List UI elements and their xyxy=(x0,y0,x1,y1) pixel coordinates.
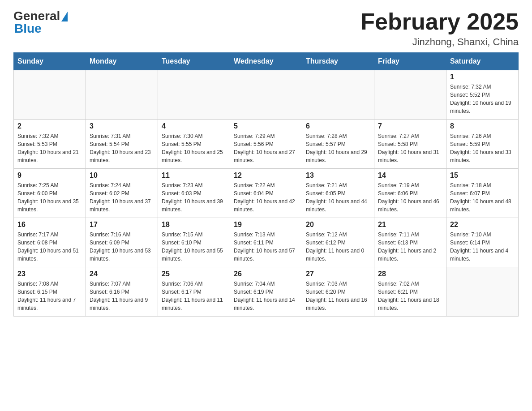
day-number: 25 xyxy=(162,270,226,278)
day-info: Sunrise: 7:31 AMSunset: 5:54 PMDaylight:… xyxy=(90,132,154,164)
calendar-cell xyxy=(158,70,230,120)
title-area: February 2025 Jinzhong, Shanxi, China xyxy=(360,9,519,48)
calendar-cell: 21Sunrise: 7:11 AMSunset: 6:13 PMDayligh… xyxy=(374,218,446,267)
day-info: Sunrise: 7:08 AMSunset: 6:15 PMDaylight:… xyxy=(17,280,82,312)
calendar-cell: 6Sunrise: 7:28 AMSunset: 5:57 PMDaylight… xyxy=(302,120,374,169)
day-info: Sunrise: 7:18 AMSunset: 6:07 PMDaylight:… xyxy=(450,181,515,214)
day-info: Sunrise: 7:21 AMSunset: 6:05 PMDaylight:… xyxy=(306,181,370,214)
day-number: 12 xyxy=(234,171,298,180)
col-header-friday: Friday xyxy=(374,53,446,70)
calendar-week-row: 2Sunrise: 7:32 AMSunset: 5:53 PMDaylight… xyxy=(14,120,519,169)
page-header: General Blue February 2025 Jinzhong, Sha… xyxy=(13,9,519,48)
calendar-cell: 4Sunrise: 7:30 AMSunset: 5:55 PMDaylight… xyxy=(158,120,230,169)
calendar-cell xyxy=(230,70,302,120)
day-number: 5 xyxy=(234,122,298,130)
day-number: 6 xyxy=(306,122,370,130)
day-info: Sunrise: 7:11 AMSunset: 6:13 PMDaylight:… xyxy=(378,231,442,263)
calendar-table: SundayMondayTuesdayWednesdayThursdayFrid… xyxy=(13,52,519,317)
calendar-cell: 20Sunrise: 7:12 AMSunset: 6:12 PMDayligh… xyxy=(302,218,374,267)
calendar-cell: 12Sunrise: 7:22 AMSunset: 6:04 PMDayligh… xyxy=(230,169,302,218)
calendar-cell: 13Sunrise: 7:21 AMSunset: 6:05 PMDayligh… xyxy=(302,169,374,218)
day-number: 16 xyxy=(17,221,82,229)
calendar-cell: 15Sunrise: 7:18 AMSunset: 6:07 PMDayligh… xyxy=(446,169,519,218)
day-number: 11 xyxy=(162,171,226,180)
day-info: Sunrise: 7:32 AMSunset: 5:53 PMDaylight:… xyxy=(17,132,82,164)
day-info: Sunrise: 7:30 AMSunset: 5:55 PMDaylight:… xyxy=(162,132,226,164)
day-number: 9 xyxy=(17,171,82,180)
calendar-cell xyxy=(86,70,158,120)
day-info: Sunrise: 7:28 AMSunset: 5:57 PMDaylight:… xyxy=(306,132,370,164)
calendar-cell: 17Sunrise: 7:16 AMSunset: 6:09 PMDayligh… xyxy=(86,218,158,267)
calendar-cell: 11Sunrise: 7:23 AMSunset: 6:03 PMDayligh… xyxy=(158,169,230,218)
day-info: Sunrise: 7:27 AMSunset: 5:58 PMDaylight:… xyxy=(378,132,442,164)
day-info: Sunrise: 7:32 AMSunset: 5:52 PMDaylight:… xyxy=(450,83,515,115)
calendar-cell: 26Sunrise: 7:04 AMSunset: 6:19 PMDayligh… xyxy=(230,267,302,317)
day-number: 23 xyxy=(17,270,82,278)
col-header-thursday: Thursday xyxy=(302,53,374,70)
day-info: Sunrise: 7:12 AMSunset: 6:12 PMDaylight:… xyxy=(306,231,370,263)
day-number: 14 xyxy=(378,171,442,180)
calendar-header-row: SundayMondayTuesdayWednesdayThursdayFrid… xyxy=(14,53,519,70)
calendar-week-row: 16Sunrise: 7:17 AMSunset: 6:08 PMDayligh… xyxy=(14,218,519,267)
calendar-cell: 16Sunrise: 7:17 AMSunset: 6:08 PMDayligh… xyxy=(14,218,86,267)
calendar-cell: 7Sunrise: 7:27 AMSunset: 5:58 PMDaylight… xyxy=(374,120,446,169)
day-info: Sunrise: 7:17 AMSunset: 6:08 PMDaylight:… xyxy=(17,231,82,263)
calendar-cell: 10Sunrise: 7:24 AMSunset: 6:02 PMDayligh… xyxy=(86,169,158,218)
day-info: Sunrise: 7:25 AMSunset: 6:00 PMDaylight:… xyxy=(17,181,82,214)
day-number: 24 xyxy=(90,270,154,278)
day-number: 10 xyxy=(90,171,154,180)
col-header-sunday: Sunday xyxy=(14,53,86,70)
day-info: Sunrise: 7:07 AMSunset: 6:16 PMDaylight:… xyxy=(90,280,154,312)
day-info: Sunrise: 7:10 AMSunset: 6:14 PMDaylight:… xyxy=(450,231,515,263)
day-info: Sunrise: 7:02 AMSunset: 6:21 PMDaylight:… xyxy=(378,280,442,312)
day-number: 17 xyxy=(90,221,154,229)
day-number: 15 xyxy=(450,171,515,180)
day-number: 19 xyxy=(234,221,298,229)
calendar-cell: 19Sunrise: 7:13 AMSunset: 6:11 PMDayligh… xyxy=(230,218,302,267)
day-number: 21 xyxy=(378,221,442,229)
calendar-cell xyxy=(14,70,86,120)
day-info: Sunrise: 7:24 AMSunset: 6:02 PMDaylight:… xyxy=(90,181,154,214)
day-number: 3 xyxy=(90,122,154,130)
col-header-tuesday: Tuesday xyxy=(158,53,230,70)
col-header-saturday: Saturday xyxy=(446,53,519,70)
calendar-subtitle: Jinzhong, Shanxi, China xyxy=(360,36,519,48)
calendar-cell: 5Sunrise: 7:29 AMSunset: 5:56 PMDaylight… xyxy=(230,120,302,169)
calendar-cell: 18Sunrise: 7:15 AMSunset: 6:10 PMDayligh… xyxy=(158,218,230,267)
calendar-cell xyxy=(446,267,519,317)
calendar-cell: 22Sunrise: 7:10 AMSunset: 6:14 PMDayligh… xyxy=(446,218,519,267)
logo-blue-text: Blue xyxy=(13,21,42,36)
calendar-week-row: 1Sunrise: 7:32 AMSunset: 5:52 PMDaylight… xyxy=(14,70,519,120)
day-number: 22 xyxy=(450,221,515,229)
calendar-week-row: 23Sunrise: 7:08 AMSunset: 6:15 PMDayligh… xyxy=(14,267,519,317)
calendar-cell: 2Sunrise: 7:32 AMSunset: 5:53 PMDaylight… xyxy=(14,120,86,169)
day-info: Sunrise: 7:13 AMSunset: 6:11 PMDaylight:… xyxy=(234,231,298,263)
day-number: 26 xyxy=(234,270,298,278)
calendar-cell: 23Sunrise: 7:08 AMSunset: 6:15 PMDayligh… xyxy=(14,267,86,317)
day-info: Sunrise: 7:26 AMSunset: 5:59 PMDaylight:… xyxy=(450,132,515,164)
calendar-title: February 2025 xyxy=(360,9,519,34)
day-number: 1 xyxy=(450,73,515,81)
calendar-cell: 14Sunrise: 7:19 AMSunset: 6:06 PMDayligh… xyxy=(374,169,446,218)
day-info: Sunrise: 7:29 AMSunset: 5:56 PMDaylight:… xyxy=(234,132,298,164)
day-info: Sunrise: 7:06 AMSunset: 6:17 PMDaylight:… xyxy=(162,280,226,312)
day-number: 20 xyxy=(306,221,370,229)
day-info: Sunrise: 7:03 AMSunset: 6:20 PMDaylight:… xyxy=(306,280,370,312)
calendar-cell: 1Sunrise: 7:32 AMSunset: 5:52 PMDaylight… xyxy=(446,70,519,120)
calendar-cell: 28Sunrise: 7:02 AMSunset: 6:21 PMDayligh… xyxy=(374,267,446,317)
col-header-monday: Monday xyxy=(86,53,158,70)
calendar-cell: 25Sunrise: 7:06 AMSunset: 6:17 PMDayligh… xyxy=(158,267,230,317)
col-header-wednesday: Wednesday xyxy=(230,53,302,70)
day-info: Sunrise: 7:22 AMSunset: 6:04 PMDaylight:… xyxy=(234,181,298,214)
calendar-cell xyxy=(374,70,446,120)
calendar-cell xyxy=(302,70,374,120)
day-number: 28 xyxy=(378,270,442,278)
day-number: 18 xyxy=(162,221,226,229)
day-number: 8 xyxy=(450,122,515,130)
day-info: Sunrise: 7:23 AMSunset: 6:03 PMDaylight:… xyxy=(162,181,226,214)
logo: General Blue xyxy=(13,9,68,36)
calendar-cell: 3Sunrise: 7:31 AMSunset: 5:54 PMDaylight… xyxy=(86,120,158,169)
day-number: 7 xyxy=(378,122,442,130)
day-info: Sunrise: 7:04 AMSunset: 6:19 PMDaylight:… xyxy=(234,280,298,312)
day-number: 4 xyxy=(162,122,226,130)
